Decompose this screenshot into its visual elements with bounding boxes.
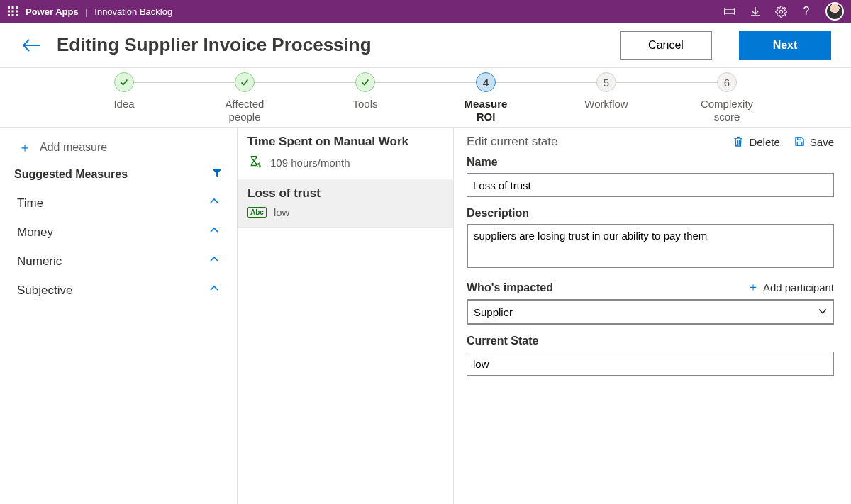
chevron-up-icon — [208, 283, 220, 298]
category-label: Time — [17, 196, 43, 211]
svg-rect-5 — [16, 11, 18, 13]
edit-state-title: Edit current state — [467, 135, 558, 149]
impacted-select[interactable]: Supplier — [467, 299, 834, 325]
svg-rect-0 — [8, 6, 10, 9]
check-icon — [355, 72, 375, 92]
step-label: Workflow — [584, 98, 628, 111]
app-header: Power Apps | Innovation Backlog ? — [0, 0, 851, 23]
category-label: Subjective — [17, 284, 72, 298]
step-measure-roi[interactable]: 4MeasureROI — [454, 72, 518, 127]
svg-rect-22 — [797, 138, 801, 140]
step-label: Tools — [352, 98, 377, 111]
current-state-field[interactable] — [467, 352, 834, 376]
category-money[interactable]: Money — [14, 218, 223, 247]
download-icon[interactable] — [749, 5, 762, 18]
step-number: 4 — [476, 72, 496, 92]
chevron-up-icon — [208, 254, 220, 269]
measure-list: Time Spent on Manual Work$109 hours/mont… — [238, 128, 454, 504]
trash-icon — [733, 136, 745, 147]
add-measure-button[interactable]: ＋ Add measure — [14, 135, 223, 163]
description-field[interactable] — [467, 224, 834, 268]
waffle-icon[interactable] — [7, 6, 18, 17]
measure-title: Time Spent on Manual Work — [247, 135, 443, 149]
plus-icon: ＋ — [18, 139, 31, 156]
step-label: Complexityscore — [701, 98, 753, 123]
description-label: Description — [467, 207, 834, 220]
page-title: Editing Supplier Invoice Processing — [57, 34, 372, 56]
save-button[interactable]: Save — [794, 136, 834, 148]
save-label: Save — [810, 136, 834, 148]
step-tools[interactable]: Tools — [333, 72, 397, 127]
step-complexity-score[interactable]: 6Complexityscore — [695, 72, 759, 127]
current-state-label: Current State — [467, 335, 834, 347]
next-button[interactable]: Next — [739, 31, 831, 60]
category-time[interactable]: Time — [14, 189, 223, 218]
plus-icon: ＋ — [747, 280, 759, 295]
name-field[interactable] — [467, 173, 834, 197]
add-participant-label: Add participant — [763, 281, 834, 293]
svg-rect-3 — [8, 11, 10, 13]
category-numeric[interactable]: Numeric — [14, 247, 223, 276]
step-label: Affectedpeople — [226, 98, 265, 123]
step-label: Idea — [113, 98, 134, 111]
title-separator: | — [81, 6, 91, 17]
help-icon[interactable]: ? — [800, 5, 813, 18]
check-icon — [114, 72, 134, 92]
command-bar: Editing Supplier Invoice Processing Canc… — [0, 23, 851, 68]
delete-label: Delete — [749, 136, 779, 148]
svg-rect-7 — [12, 14, 14, 16]
step-workflow[interactable]: 5Workflow — [574, 72, 638, 127]
category-label: Numeric — [17, 254, 62, 269]
svg-rect-4 — [12, 11, 14, 13]
svg-rect-9 — [725, 9, 735, 13]
svg-rect-2 — [16, 6, 18, 9]
suggested-measures-header: Suggested Measures — [14, 168, 128, 181]
stepper: IdeaAffectedpeopleTools4MeasureROI5Workf… — [0, 68, 851, 128]
svg-marker-16 — [212, 169, 222, 177]
svg-rect-21 — [797, 142, 802, 145]
avatar[interactable] — [825, 2, 844, 21]
measure-meta: 109 hours/month — [270, 157, 350, 169]
detail-pane: Edit current state Delete Save Name Desc… — [454, 128, 851, 504]
filter-icon[interactable] — [211, 167, 223, 181]
step-number: 5 — [596, 72, 616, 92]
svg-text:$: $ — [257, 162, 261, 169]
measure-item[interactable]: Loss of trustAbclow — [238, 179, 453, 228]
check-icon — [235, 72, 255, 92]
chevron-up-icon — [208, 196, 220, 211]
svg-point-14 — [779, 10, 782, 13]
step-label: MeasureROI — [465, 98, 508, 123]
delete-button[interactable]: Delete — [733, 136, 779, 148]
category-subjective[interactable]: Subjective — [14, 276, 223, 305]
sidebar: ＋ Add measure Suggested Measures TimeMon… — [0, 128, 238, 504]
hourglass-dollar-icon: $ — [247, 155, 263, 170]
add-participant-button[interactable]: ＋ Add participant — [747, 280, 834, 295]
svg-rect-6 — [8, 14, 10, 16]
cancel-button[interactable]: Cancel — [620, 31, 712, 60]
fit-icon[interactable] — [723, 5, 736, 18]
impacted-label: Who's impacted — [467, 281, 553, 294]
measure-meta: low — [274, 206, 290, 218]
svg-rect-8 — [16, 14, 18, 16]
add-measure-label: Add measure — [40, 141, 107, 154]
abc-icon: Abc — [247, 207, 267, 218]
back-button[interactable] — [20, 34, 43, 57]
app-title: Power Apps | Innovation Backlog — [26, 6, 172, 17]
gear-icon[interactable] — [774, 5, 787, 18]
step-idea[interactable]: Idea — [92, 72, 156, 127]
module-name[interactable]: Innovation Backlog — [94, 6, 172, 17]
measure-item[interactable]: Time Spent on Manual Work$109 hours/mont… — [238, 128, 453, 179]
step-affected-people[interactable]: Affectedpeople — [213, 72, 277, 127]
save-icon — [794, 136, 806, 147]
app-name[interactable]: Power Apps — [26, 6, 79, 17]
chevron-up-icon — [208, 225, 220, 240]
measure-title: Loss of trust — [247, 186, 443, 201]
step-number: 6 — [717, 72, 737, 92]
category-label: Money — [17, 225, 53, 240]
name-label: Name — [467, 156, 834, 169]
svg-rect-1 — [12, 6, 14, 9]
